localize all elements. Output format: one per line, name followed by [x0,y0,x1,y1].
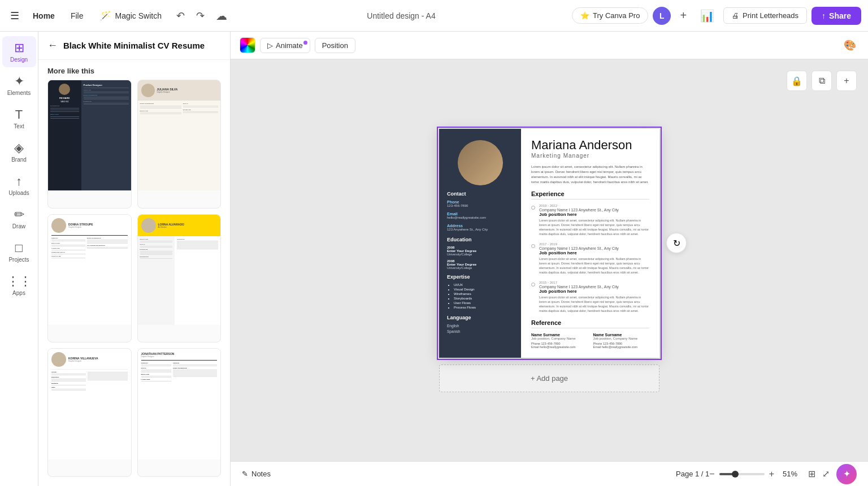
ai-assistant-button[interactable]: ✦ [836,464,857,484]
lock-button[interactable]: 🔒 [787,71,807,91]
sidebar-item-apps[interactable]: ⋮⋮ Apps [2,270,36,301]
user-avatar[interactable]: L [653,7,671,25]
zoom-percentage: 51% [779,470,801,478]
cv-edu-item-1: 2008 Enter Your Degree University/Colleg… [447,246,513,256]
sidebar-item-brand[interactable]: ◈ Brand [2,136,36,167]
sidebar-item-label: Brand [11,157,27,163]
cv-expertise-title: Expertise [447,274,513,280]
copy-button[interactable]: ⧉ [811,71,832,91]
undo-button[interactable]: ↶ [173,6,188,25]
notes-button[interactable]: ✎ Notes [242,470,271,478]
sidebar-item-uploads[interactable]: ↑ Uploads [2,170,36,201]
sidebar-item-elements[interactable]: ✦ Elements [2,70,36,101]
analytics-button[interactable]: 📊 [696,7,719,25]
zoom-slider[interactable] [719,473,765,475]
cv-exp-date-1: 2019 - 2022 [539,204,649,207]
animate-dot [303,41,307,45]
cv-language-title: Language [447,315,513,320]
design-icon: ⊞ [14,41,24,55]
sidebar-icons: ⊞ Design ✦ Elements T Text ◈ Brand ↑ Upl… [0,32,38,486]
sidebar-item-design[interactable]: ⊞ Design [2,36,36,67]
add-page-button[interactable]: + Add page [439,364,659,392]
template-card-jonathan[interactable]: JONATHAN PATTERSON Graphic Designer COMP… [137,348,222,477]
zoom-out-button[interactable]: − [709,469,714,479]
canvas-action-buttons: 🔒 ⧉ + [787,71,857,91]
canvas-content[interactable]: 🔒 ⧉ + ↻ [231,59,868,461]
cv-address-item: Address 123 Anywhere St., Any City [447,224,513,231]
notes-label: Notes [251,470,271,478]
cv-ref-name-1: Name Surname [531,333,588,337]
cv-ref-subtitle-1: Job position, Company Name [531,337,588,340]
home-button[interactable]: Home [27,8,60,24]
redo-button[interactable]: ↷ [193,6,208,25]
list-item: Visual Design [454,288,513,291]
notes-icon: ✎ [242,470,248,478]
cv-edu-school1: University/College [447,253,513,256]
cv-edu-item-2: 2008 Enter Your Degree University/Colleg… [447,259,513,270]
text-icon: T [15,107,23,122]
cv-ref-email-2: Email hello@reallygreatsite.com [593,345,650,349]
projects-icon: □ [15,241,23,255]
share-button[interactable]: ↑ Share [811,7,861,25]
share-to-button[interactable]: + [836,71,857,91]
template-card-richard[interactable]: RICHARD SANCHEZ EXPERIENCE EDUCATION Pro… [47,80,132,209]
animate-button[interactable]: ▷ Animate [260,38,310,53]
zoom-controls: − + 51% [709,469,801,479]
template-card-donna[interactable]: DONNA STROUPE Graphic Designer PROFILE E… [47,214,132,343]
canvas-toolbar: ▷ Animate Position 🎨 [231,32,868,59]
cv-exp-item-1: 2019 - 2022 Company Name I 123 Anywhere … [531,204,649,237]
panel-back-button[interactable]: ← [47,40,58,51]
template-card-juliana[interactable]: JULIANA SILVA Graphic Designer WORK EXPE… [137,80,222,209]
grid-view-button[interactable]: ⊞ [806,466,818,481]
uploads-icon: ↑ [16,174,22,189]
magic-switch-button[interactable]: 🪄 Magic Switch [93,7,168,24]
cv-name-light: Anderson [576,138,632,152]
cv-exp-date-3: 2015 - 2017 [539,281,649,284]
cv-edu-school2: University/College [447,266,513,270]
brand-icon: ◈ [14,141,24,155]
list-item: Process Flows [454,306,513,309]
cv-ref-col-2: Name Surname Job position, Company Name … [593,333,650,349]
sidebar-item-projects[interactable]: □ Projects [2,236,36,267]
cv-lang-english: English [447,324,513,328]
sidebar-item-label: Uploads [8,190,29,196]
sidebar-item-text[interactable]: T Text [2,103,36,134]
file-menu[interactable]: File [65,8,89,24]
cv-email-label: Email [447,212,513,216]
cv-ref-email-1: Email hello@reallygreatsite.com [531,345,588,349]
list-item: Storyboards [454,297,513,300]
cv-exp-company-2: Company Name I 123 Anywhere St., Any Cit… [539,246,649,250]
sidebar-item-label: Design [10,57,28,63]
add-account-button[interactable]: + [675,7,691,24]
template-card-korina[interactable]: KORINA VILLANUEVA Graphic Designer Conta… [47,348,132,477]
fullscreen-button[interactable]: ⤢ [820,466,832,481]
try-canva-pro-button[interactable]: ⭐ Try Canva Pro [572,7,648,24]
template-card-lorna[interactable]: LORNA ALVARADO Art Director EDUCATION SK… [137,214,222,343]
cv-exp-item-2: 2017 - 2019 Company Name I 123 Anywhere … [531,242,649,275]
zoom-in-button[interactable]: + [769,469,774,479]
top-navigation: ☰ Home File 🪄 Magic Switch ↶ ↷ ☁ Untitle… [0,0,868,32]
sidebar-item-label: Projects [8,257,29,263]
cv-reference-columns: Name Surname Job position, Company Name … [531,333,649,349]
cv-exp-role-3: Job position here [539,289,649,294]
refresh-button[interactable]: ↻ [666,233,687,253]
cv-lang-spanish: Spanish [447,329,513,333]
color-picker[interactable] [240,37,255,53]
cv-email-value: hello@reallygreatsite.com [447,216,513,219]
apps-icon: ⋮⋮ [7,274,32,289]
view-buttons: ⊞ ⤢ [806,466,832,481]
cv-email-item: Email hello@reallygreatsite.com [447,212,513,219]
hamburger-menu[interactable]: ☰ [7,6,23,25]
print-letterheads-button[interactable]: 🖨 Print Letterheads [723,7,807,24]
canvas-area: ▷ Animate Position 🎨 🔒 ⧉ + ↻ [231,32,868,486]
cv-bio: Lorem ipsum dolor sit amet, consectetur … [531,164,649,185]
sidebar-item-draw[interactable]: ✏ Draw [2,203,36,234]
cv-exp-desc-3: Lorem ipsum dolor sit amet, consectetur … [539,295,649,314]
sidebar-item-label: Draw [12,223,25,229]
cv-exp-company-3: Company Name I 123 Anywhere St., Any Cit… [539,285,649,289]
cv-preview-container: ↻ Contact Phone [439,129,659,358]
position-button[interactable]: Position [315,38,355,53]
cv-ref-subtitle-2: Job position, Company Name [593,337,650,340]
draw-icon: ✏ [14,207,24,222]
paint-format-icon[interactable]: 🎨 [841,36,859,54]
